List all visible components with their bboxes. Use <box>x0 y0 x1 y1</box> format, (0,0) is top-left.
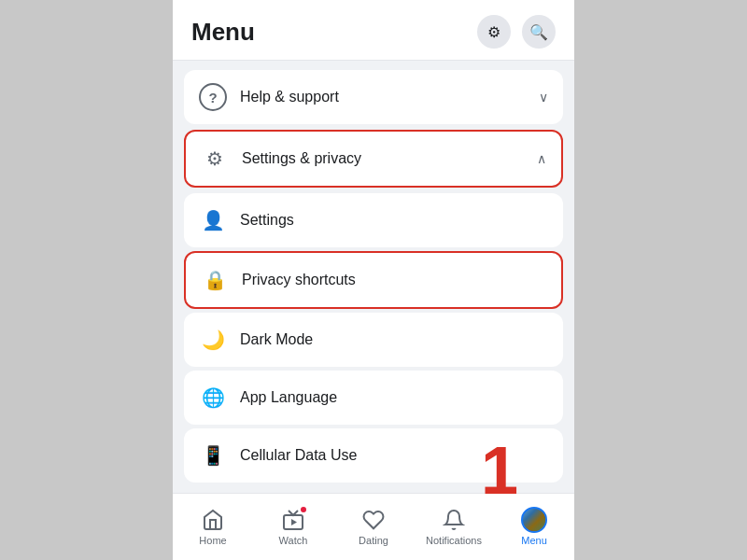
app-language-item[interactable]: 🌐 App Language <box>184 371 563 425</box>
nav-notifications-label: Notifications <box>426 535 482 546</box>
dark-mode-item[interactable]: 🌙 Dark Mode <box>184 313 563 367</box>
phone-container: Menu ⚙ 🔍 ? Help & support ∨ ⚙ <box>173 0 574 560</box>
gear-icon: ⚙ <box>487 23 500 41</box>
moon-icon: 🌙 <box>199 326 227 354</box>
settings-privacy-wrapper: ⚙ Settings & privacy ∧ 2 <box>184 130 563 189</box>
page-title: Menu <box>191 18 255 47</box>
nav-watch-label: Watch <box>279 535 308 546</box>
watch-icon <box>282 507 304 533</box>
globe-icon: 🌐 <box>199 384 227 412</box>
person-icon: 👤 <box>199 206 227 234</box>
help-support-item[interactable]: ? Help & support ∨ <box>184 70 563 124</box>
settings-gear-icon: ⚙ <box>201 145 229 173</box>
settings-sub-items: 👤 Settings 🔒 Privacy shortcuts 3 🌙 Dark … <box>184 193 563 483</box>
search-icon-btn[interactable]: 🔍 <box>522 15 556 49</box>
avatar-image <box>523 509 545 531</box>
dating-icon <box>362 507 385 533</box>
chevron-down-icon: ∨ <box>539 90 548 105</box>
nav-home-label: Home <box>199 535 226 546</box>
privacy-shortcuts-wrapper: 🔒 Privacy shortcuts 3 <box>184 251 563 309</box>
menu-avatar-icon <box>521 507 547 533</box>
user-avatar <box>521 507 547 533</box>
chevron-up-icon: ∧ <box>537 151 546 166</box>
home-icon <box>202 507 224 533</box>
lock-icon: 🔒 <box>201 266 229 294</box>
nav-dating-label: Dating <box>359 535 388 546</box>
cellular-data-label: Cellular Data Use <box>240 447 548 464</box>
header: Menu ⚙ 🔍 <box>173 0 574 61</box>
nav-item-watch[interactable]: Watch <box>253 503 333 550</box>
nav-item-home[interactable]: Home <box>173 503 253 550</box>
app-language-label: App Language <box>240 389 548 406</box>
header-icons: ⚙ 🔍 <box>477 15 556 49</box>
settings-label: Settings <box>240 212 548 229</box>
privacy-shortcuts-label: Privacy shortcuts <box>242 272 546 288</box>
settings-item[interactable]: 👤 Settings <box>184 193 563 247</box>
nav-item-menu[interactable]: Menu <box>494 503 574 550</box>
help-icon: ? <box>199 83 227 111</box>
help-support-label: Help & support <box>240 89 526 105</box>
cellular-data-item[interactable]: 📱 Cellular Data Use <box>184 428 563 483</box>
dark-mode-label: Dark Mode <box>240 331 548 348</box>
nav-item-dating[interactable]: Dating <box>333 503 414 550</box>
menu-content: ? Help & support ∨ ⚙ Settings & privacy … <box>173 61 574 493</box>
settings-icon-btn[interactable]: ⚙ <box>477 15 511 49</box>
nav-item-notifications[interactable]: Notifications <box>414 503 494 550</box>
svg-marker-1 <box>291 519 297 525</box>
phone-icon: 📱 <box>199 441 227 469</box>
search-icon: 🔍 <box>529 23 548 41</box>
settings-privacy-item[interactable]: ⚙ Settings & privacy ∧ <box>184 130 563 188</box>
privacy-shortcuts-item[interactable]: 🔒 Privacy shortcuts <box>184 251 563 309</box>
bottom-navigation: Home Watch <box>173 493 574 560</box>
nav-menu-label: Menu <box>521 535 547 546</box>
watch-notification-dot <box>299 505 308 514</box>
notifications-icon <box>443 507 465 533</box>
settings-privacy-label: Settings & privacy <box>242 150 524 167</box>
